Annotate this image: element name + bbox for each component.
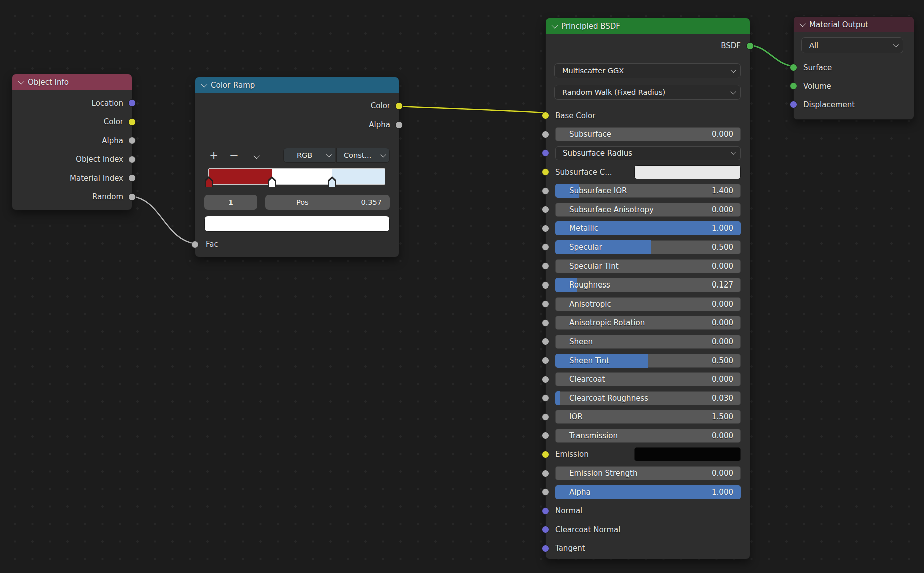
anisotropic-socket[interactable]: [542, 300, 549, 308]
emission-strength-slider[interactable]: Emission Strength0.000: [555, 466, 741, 480]
subsurface-socket[interactable]: [542, 131, 549, 138]
transmission-slider[interactable]: Transmission0.000: [555, 429, 741, 443]
location-socket[interactable]: [128, 99, 136, 107]
collapse-chevron-icon[interactable]: [201, 81, 208, 88]
specular-slider[interactable]: Specular0.500: [555, 240, 741, 254]
ramp-stop-handle-1[interactable]: [268, 176, 276, 187]
fac-socket[interactable]: [191, 241, 199, 248]
input-label: Fac: [206, 240, 218, 249]
ramp-stop-handle-0[interactable]: [205, 176, 213, 187]
slider-label: Sheen Tint: [555, 356, 609, 365]
subsurface-c-socket[interactable]: [542, 168, 549, 176]
anisotropic-rotation-socket[interactable]: [542, 319, 549, 327]
node-header-principled-bsdf[interactable]: Principled BSDF: [546, 18, 750, 34]
surface-socket[interactable]: [790, 64, 797, 71]
output-target-dropdown[interactable]: All: [801, 37, 903, 53]
transmission-socket[interactable]: [542, 432, 549, 439]
ramp-stop-handle-2[interactable]: [328, 176, 336, 187]
color-ramp-fields: 1 Pos 0.357: [204, 195, 390, 210]
base-color-socket[interactable]: [542, 112, 549, 119]
tangent-socket[interactable]: [542, 545, 549, 552]
remove-stop-button[interactable]: −: [224, 148, 244, 163]
volume-socket[interactable]: [790, 82, 797, 90]
color-ramp-gradient[interactable]: [208, 168, 385, 185]
clearcoat-socket[interactable]: [542, 376, 549, 383]
output-row-alpha: Alpha: [195, 115, 399, 134]
alpha-slider[interactable]: Alpha1.000: [555, 485, 741, 499]
roughness-slider[interactable]: Roughness0.127: [555, 278, 741, 292]
clearcoat-roughness-socket[interactable]: [542, 394, 549, 402]
output-row-bsdf: BSDF: [546, 37, 750, 54]
slider-value: 0.000: [712, 262, 741, 271]
add-stop-button[interactable]: +: [204, 148, 224, 163]
clearcoat-roughness-slider[interactable]: Clearcoat Roughness0.030: [555, 391, 741, 405]
sheen-slider[interactable]: Sheen0.000: [555, 335, 741, 349]
subsurface-ior-socket[interactable]: [542, 187, 549, 195]
material-index-socket[interactable]: [128, 174, 136, 182]
normal-socket[interactable]: [542, 507, 549, 515]
ior-socket[interactable]: [542, 413, 549, 421]
distribution-dropdown[interactable]: Multiscatter GGX: [554, 63, 741, 78]
metallic-slider[interactable]: Metallic1.000: [555, 221, 741, 235]
alpha-socket[interactable]: [395, 121, 403, 129]
roughness-socket[interactable]: [542, 281, 549, 289]
node-principled-bsdf[interactable]: Principled BSDF BSDF Multiscatter GGX Ra…: [545, 18, 750, 559]
node-header-color-ramp[interactable]: Color Ramp: [195, 77, 399, 93]
ior-slider[interactable]: IOR1.500: [555, 410, 741, 424]
subsurface-radius-dropdown[interactable]: Subsurface Radius: [555, 146, 741, 160]
ramp-extras-dropdown[interactable]: [244, 148, 267, 163]
alpha-socket[interactable]: [128, 137, 136, 144]
link-color-to-basecolor[interactable]: [398, 106, 546, 113]
specular-tint-slider[interactable]: Specular Tint0.000: [555, 259, 741, 273]
slider-value: 0.127: [712, 280, 741, 290]
sheen-tint-socket[interactable]: [542, 357, 549, 364]
slider-value: 0.000: [712, 469, 741, 478]
random-socket[interactable]: [128, 193, 136, 201]
subsurface-c-color-swatch[interactable]: [634, 165, 741, 179]
input-row-surface: Surface: [794, 58, 914, 77]
subsurface-ior-slider[interactable]: Subsurface IOR1.400: [555, 184, 741, 198]
emission-socket[interactable]: [542, 451, 549, 458]
ramp-stop-fill: [206, 178, 212, 187]
displacement-socket[interactable]: [790, 101, 797, 108]
specular-tint-socket[interactable]: [542, 262, 549, 270]
alpha-socket[interactable]: [542, 488, 549, 496]
emission-color-swatch[interactable]: [634, 447, 741, 461]
anisotropic-rotation-slider[interactable]: Anisotropic Rotation0.000: [555, 316, 741, 330]
anisotropic-slider[interactable]: Anisotropic0.000: [555, 297, 741, 311]
collapse-chevron-icon[interactable]: [18, 78, 25, 85]
node-header-object-info[interactable]: Object Info: [12, 74, 132, 90]
output-row-alpha: Alpha: [12, 131, 132, 150]
collapse-chevron-icon[interactable]: [552, 22, 558, 29]
emission-strength-socket[interactable]: [542, 470, 549, 477]
color-socket[interactable]: [395, 102, 403, 110]
input-row-specular: Specular0.500: [546, 238, 750, 257]
node-object-info[interactable]: Object Info LocationColorAlphaObject Ind…: [12, 74, 132, 210]
clearcoat-normal-socket[interactable]: [542, 526, 549, 533]
sheen-tint-slider[interactable]: Sheen Tint0.500: [555, 354, 741, 368]
specular-socket[interactable]: [542, 243, 549, 251]
interpolation-dropdown[interactable]: Const...: [336, 148, 390, 163]
bsdf-socket[interactable]: [746, 42, 754, 50]
clearcoat-slider[interactable]: Clearcoat0.000: [555, 372, 741, 386]
object-index-socket[interactable]: [128, 156, 136, 163]
subsurface-slider[interactable]: Subsurface0.000: [555, 127, 741, 141]
link-bsdf-to-surface[interactable]: [750, 45, 794, 66]
node-color-ramp[interactable]: Color Ramp ColorAlpha + − RGB Const... 1…: [195, 77, 399, 257]
metallic-socket[interactable]: [542, 225, 549, 232]
sheen-socket[interactable]: [542, 338, 549, 345]
subsurface-method-dropdown[interactable]: Random Walk (Fixed Radius): [554, 85, 741, 100]
color-mode-dropdown[interactable]: RGB: [283, 148, 335, 163]
node-header-material-output[interactable]: Material Output: [794, 17, 914, 32]
subsurface-radius-socket[interactable]: [542, 149, 549, 157]
active-stop-index-field[interactable]: 1: [204, 195, 257, 210]
link-random-to-fac[interactable]: [131, 196, 195, 244]
subsurface-anisotropy-socket[interactable]: [542, 206, 549, 213]
color-socket[interactable]: [128, 118, 136, 126]
stop-color-swatch[interactable]: [204, 216, 390, 232]
color-ramp-toolbar: + − RGB Const...: [204, 148, 390, 163]
subsurface-anisotropy-slider[interactable]: Subsurface Anisotropy0.000: [555, 203, 741, 217]
node-material-output[interactable]: Material Output All SurfaceVolumeDisplac…: [793, 16, 914, 120]
collapse-chevron-icon[interactable]: [800, 21, 806, 27]
stop-position-field[interactable]: Pos 0.357: [265, 195, 390, 210]
